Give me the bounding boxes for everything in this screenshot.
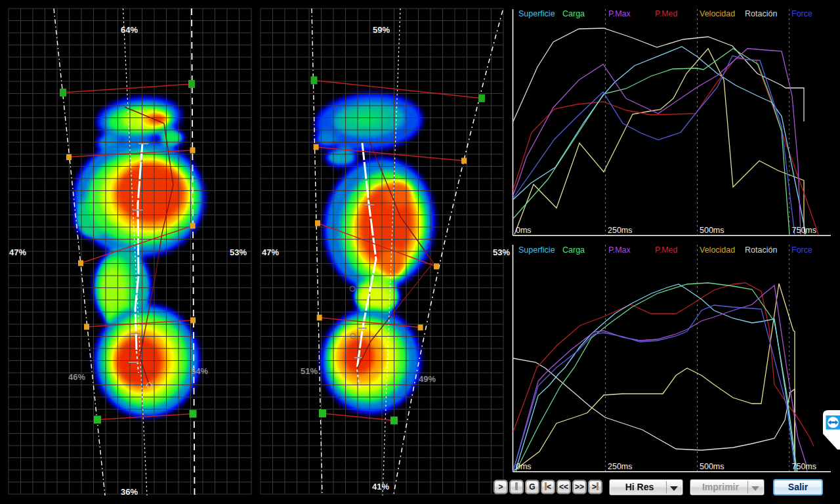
svg-text:Carga: Carga — [562, 245, 585, 255]
svg-text:500ms: 500ms — [700, 226, 724, 235]
svg-text:Superficie: Superficie — [518, 9, 555, 18]
svg-text:0ms: 0ms — [516, 462, 532, 471]
svg-text:53%: 53% — [493, 247, 510, 257]
svg-text:53%: 53% — [230, 247, 247, 257]
svg-text:750ms: 750ms — [792, 462, 817, 471]
svg-text:Velocidad: Velocidad — [700, 245, 735, 255]
svg-text:Carga: Carga — [562, 9, 585, 18]
svg-text:Velocidad: Velocidad — [700, 9, 735, 18]
svg-text:750ms: 750ms — [792, 226, 817, 235]
svg-text:51%: 51% — [301, 366, 318, 376]
svg-text:64%: 64% — [121, 25, 138, 35]
svg-text:250ms: 250ms — [608, 226, 633, 235]
svg-text:250ms: 250ms — [608, 462, 633, 471]
svg-text:41%: 41% — [372, 482, 389, 492]
svg-text:47%: 47% — [9, 247, 26, 257]
svg-text:46%: 46% — [68, 372, 85, 382]
svg-text:0ms: 0ms — [516, 226, 532, 235]
svg-text:500ms: 500ms — [700, 462, 724, 471]
svg-text:54%: 54% — [191, 366, 208, 376]
svg-text:P.Med: P.Med — [655, 245, 678, 255]
svg-text:49%: 49% — [419, 374, 436, 384]
svg-text:47%: 47% — [262, 247, 279, 257]
svg-text:Force: Force — [791, 9, 812, 18]
svg-text:P.Max: P.Max — [608, 245, 631, 255]
svg-text:Force: Force — [791, 245, 812, 255]
svg-text:Rotación: Rotación — [745, 245, 777, 255]
svg-text:Rotación: Rotación — [745, 9, 777, 18]
svg-text:P.Med: P.Med — [655, 9, 678, 18]
svg-text:36%: 36% — [121, 487, 138, 497]
svg-text:59%: 59% — [373, 25, 390, 35]
svg-text:Superficie: Superficie — [518, 245, 555, 255]
svg-text:P.Max: P.Max — [608, 9, 631, 18]
